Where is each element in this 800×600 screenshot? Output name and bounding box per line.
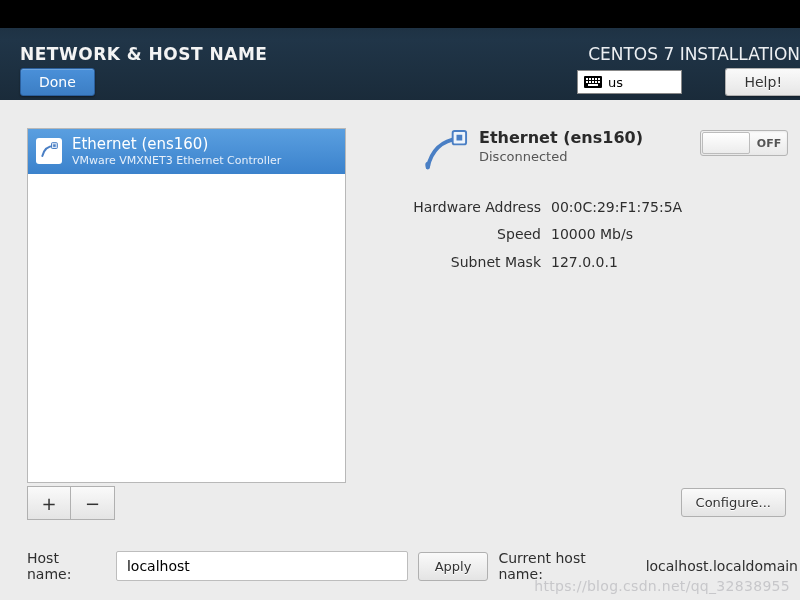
help-button[interactable]: Help!: [725, 68, 800, 96]
svg-rect-11: [588, 84, 598, 86]
svg-rect-7: [589, 81, 591, 83]
hostname-input[interactable]: [116, 551, 408, 581]
device-detail-pane: Ethernet (ens160) Disconnected OFF Hardw…: [365, 128, 788, 276]
header-bar: NETWORK & HOST NAME CENTOS 7 INSTALLATIO…: [0, 0, 800, 100]
configure-button[interactable]: Configure...: [681, 488, 786, 517]
detail-device-status: Disconnected: [479, 149, 690, 164]
spec-value: 10000 Mb/s: [551, 221, 633, 248]
device-list-item[interactable]: Ethernet (ens160) VMware VMXNET3 Etherne…: [28, 129, 345, 174]
content-area: Ethernet (ens160) VMware VMXNET3 Etherne…: [0, 100, 800, 600]
installer-title: CENTOS 7 INSTALLATION: [588, 44, 800, 64]
device-list-buttons: + −: [27, 486, 115, 520]
svg-rect-6: [586, 81, 588, 83]
ethernet-large-icon: [421, 128, 469, 176]
spec-row: Speed 10000 Mb/s: [365, 221, 788, 248]
done-button[interactable]: Done: [20, 68, 95, 96]
device-list-panel: Ethernet (ens160) VMware VMXNET3 Etherne…: [27, 128, 346, 483]
svg-rect-8: [592, 81, 594, 83]
svg-rect-4: [595, 78, 597, 80]
spec-value: 00:0C:29:F1:75:5A: [551, 194, 682, 221]
spec-label: Subnet Mask: [365, 249, 541, 276]
top-black-bar: [0, 0, 800, 28]
spec-label: Speed: [365, 221, 541, 248]
keyboard-layout-indicator[interactable]: us: [577, 70, 682, 94]
current-hostname-label: Current host name:: [498, 550, 627, 582]
toggle-label: OFF: [751, 137, 787, 150]
remove-device-button[interactable]: −: [71, 486, 115, 520]
ethernet-icon: [36, 138, 62, 164]
device-subtitle: VMware VMXNET3 Ethernet Controller: [72, 154, 281, 168]
hostname-label: Host name:: [27, 550, 106, 582]
apply-button[interactable]: Apply: [418, 552, 489, 581]
hostname-row: Host name: Apply Current host name: loca…: [27, 550, 800, 582]
svg-rect-2: [589, 78, 591, 80]
current-hostname-value: localhost.localdomain: [646, 558, 798, 574]
add-device-button[interactable]: +: [27, 486, 71, 520]
spec-row: Subnet Mask 127.0.0.1: [365, 249, 788, 276]
page-title: NETWORK & HOST NAME: [20, 44, 267, 64]
spec-label: Hardware Address: [365, 194, 541, 221]
connection-toggle[interactable]: OFF: [700, 130, 788, 156]
svg-rect-15: [457, 135, 463, 141]
svg-rect-3: [592, 78, 594, 80]
svg-rect-5: [598, 78, 600, 80]
device-spec-table: Hardware Address 00:0C:29:F1:75:5A Speed…: [365, 194, 788, 276]
device-name: Ethernet (ens160): [72, 135, 281, 154]
toggle-knob: [702, 132, 750, 154]
svg-rect-10: [598, 81, 600, 83]
device-list[interactable]: Ethernet (ens160) VMware VMXNET3 Etherne…: [28, 129, 345, 482]
svg-rect-13: [53, 145, 55, 148]
keyboard-layout-label: us: [608, 75, 623, 90]
svg-rect-9: [595, 81, 597, 83]
svg-rect-1: [586, 78, 588, 80]
keyboard-icon: [584, 76, 602, 88]
detail-device-name: Ethernet (ens160): [479, 128, 690, 147]
spec-row: Hardware Address 00:0C:29:F1:75:5A: [365, 194, 788, 221]
spec-value: 127.0.0.1: [551, 249, 618, 276]
